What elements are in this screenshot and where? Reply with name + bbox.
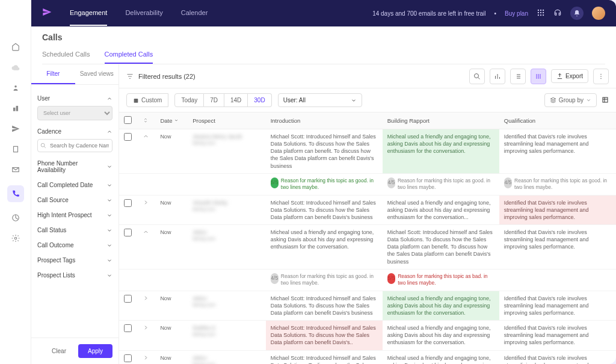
row-checkbox[interactable] [124,133,132,141]
settings-icon[interactable] [11,233,20,243]
cell-prospect: Jeticoklerky.com [188,225,265,270]
bell-icon[interactable] [570,7,584,20]
nav-calendar[interactable]: Calender [181,1,208,26]
reason-row: 4/5Reason for marking this topic as good… [119,269,616,291]
user-filter-select[interactable]: User: All [278,93,362,107]
table-row: NowSubtha Gklerky.comMichael Scott: Intr… [119,321,616,350]
cell-qualification: Identified that Davis's role involves st… [499,350,616,364]
reason: 4/5Reason for marking this topic as good… [504,177,611,191]
chevron-down-icon [106,182,112,188]
chevron-down-icon [106,242,112,248]
headset-icon[interactable] [553,8,562,18]
cell-rapport: Michael Scott: Introduced himself and Sa… [383,225,499,270]
export-button[interactable]: Export [551,69,588,83]
filter-call-outcome[interactable]: Call Outcome [37,238,112,253]
expand-icon[interactable] [143,297,149,303]
range-14d[interactable]: 14D [224,93,248,107]
reason: 5/5Reason for marking this topic as bad.… [387,273,494,287]
row-checkbox[interactable] [124,354,132,362]
nav-engagement[interactable]: Engagement [70,1,107,26]
range-7d[interactable]: 7D [204,93,224,107]
expand-icon[interactable] [143,230,149,236]
more-icon[interactable] [593,69,609,84]
select-all-checkbox[interactable] [124,116,132,124]
saved-views-tab[interactable]: Saved views [75,64,119,84]
range-30d[interactable]: 30D [248,93,271,107]
filter-call-source[interactable]: Call Source [37,193,112,208]
search-icon [40,143,46,149]
cell-rapport: Micheal used a friendly and engaging ton… [383,321,499,350]
filter-prospect-lists[interactable]: Prospect Lists [37,268,112,283]
table-icon[interactable] [602,95,609,106]
table-row: NowJessica Merry Jacobklerky.comMichael … [119,129,616,174]
apply-button[interactable]: Apply [78,344,112,358]
filter-call-status[interactable]: Call Status [37,223,112,238]
chart-icon[interactable] [11,213,20,223]
svg-point-17 [475,73,479,78]
filter-high-intent-prospect[interactable]: High Intent Prospect [37,208,112,223]
filter-tab[interactable]: Filter [31,64,75,84]
phone-icon[interactable] [7,185,24,202]
trial-text: 14 days and 700 emails are left in free … [372,10,485,17]
expand-icon[interactable] [143,356,149,362]
table-row: NowJeticoklerky.comMichael Scott: Introd… [119,350,616,364]
cell-introduction: Michael Scott: Introduced himself and Sa… [266,321,383,350]
user-select[interactable]: Select user [37,106,112,120]
columns-icon[interactable] [531,69,546,84]
building-icon[interactable] [11,103,20,113]
mail-icon[interactable] [11,165,20,174]
search-button[interactable] [469,69,485,84]
svg-point-20 [600,78,602,79]
tab-scheduled[interactable]: Scheduled Calls [42,46,90,64]
cell-date: Now [155,225,188,270]
chevron-down-icon [106,227,112,233]
send-icon[interactable] [11,124,20,134]
cloud-icon[interactable] [11,63,20,72]
svg-point-16 [41,143,45,147]
cell-prospect: Jeticoklerky.com [188,291,265,320]
cell-introduction: Michael Scott: Introduced himself and Sa… [266,129,383,174]
expand-icon[interactable] [143,326,149,332]
cadence-search[interactable] [37,139,112,152]
cell-introduction: Michael Scott: Introduced himself and Sa… [266,291,383,320]
chevron-down-icon [106,164,112,170]
calls-table: Date Prospect Introduction Building Rapp… [119,113,616,364]
apps-icon[interactable] [537,8,545,18]
svg-point-8 [540,10,541,11]
filter-prospect-tags[interactable]: Prospect Tags [37,253,112,268]
nav-deliverability[interactable]: Deliverability [125,1,162,26]
filter-phone-number-availability[interactable]: Phone Number Availability [37,156,112,177]
svg-rect-3 [13,146,17,152]
clear-button[interactable]: Clear [45,344,73,358]
chevron-down-icon [174,118,179,123]
sort-icon[interactable] [143,117,149,123]
row-checkbox[interactable] [124,229,132,236]
range-custom[interactable]: Custom [126,93,168,107]
filter-call-completed-date[interactable]: Call Completed Date [37,177,112,193]
home-icon[interactable] [11,42,20,52]
avatar[interactable] [592,7,605,20]
group-by-button[interactable]: Group by [544,93,597,107]
filter-cadence[interactable]: Cadence [37,124,112,139]
tab-completed[interactable]: Completed Calls [105,46,153,64]
row-checkbox[interactable] [124,199,132,207]
expand-icon[interactable] [143,135,149,141]
users-icon[interactable] [11,83,20,93]
filter-user[interactable]: User [37,91,112,106]
svg-point-0 [14,85,17,88]
clipboard-icon[interactable] [11,144,20,154]
svg-rect-1 [13,108,15,111]
bar-chart-icon[interactable] [490,69,505,84]
range-today[interactable]: Today [174,93,204,107]
row-checkbox[interactable] [124,324,132,332]
svg-point-15 [543,14,544,16]
chevron-down-icon [106,258,112,264]
logo-icon[interactable] [42,7,52,19]
col-qualification: Qualification [499,113,616,129]
expand-icon[interactable] [143,201,149,207]
row-checkbox[interactable] [124,295,132,303]
upload-icon [556,73,563,79]
list-icon[interactable] [510,69,526,84]
buy-plan-link[interactable]: Buy plan [505,10,528,17]
cell-date: Now [155,291,188,320]
